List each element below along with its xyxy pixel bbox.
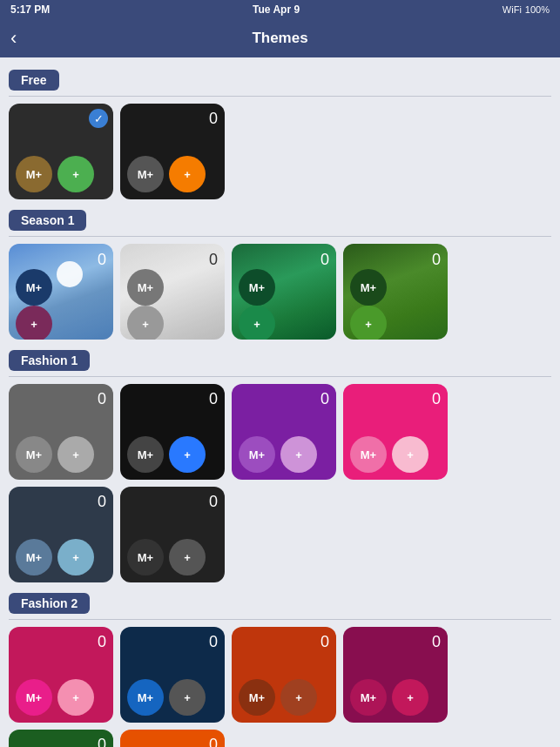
battery-icon: 100% <box>525 4 550 15</box>
plus-button[interactable]: + <box>280 436 317 473</box>
theme-card[interactable]: 0 M+ + <box>120 627 225 723</box>
theme-count: 0 <box>320 391 329 407</box>
theme-buttons: M+ + <box>127 269 218 340</box>
plus-button[interactable]: + <box>392 679 428 716</box>
theme-card[interactable]: ✓ M+ + <box>9 104 113 199</box>
plus-button[interactable]: + <box>169 156 206 192</box>
section-label-fashion2: Fashion 2 <box>9 593 90 614</box>
plus-button[interactable]: + <box>57 156 94 192</box>
theme-card[interactable]: 0 M+ + <box>9 627 113 723</box>
theme-buttons: M+ + <box>127 156 218 192</box>
nav-bar: ‹ Themes <box>0 19 560 57</box>
theme-count: 0 <box>98 737 106 747</box>
plus-button[interactable]: + <box>239 306 275 340</box>
status-time: 5:17 PM <box>10 3 50 16</box>
theme-card[interactable]: 0 M+ + <box>343 627 448 723</box>
theme-card[interactable]: 0 M+ + <box>232 627 336 723</box>
theme-count: 0 <box>432 391 441 407</box>
theme-buttons: M+ + <box>350 436 441 473</box>
theme-card[interactable]: 0 M+ + <box>232 384 336 480</box>
status-icons: WiFi 100% <box>503 4 550 15</box>
theme-card[interactable]: 0 M+ + <box>120 487 225 582</box>
plus-button[interactable]: + <box>350 306 387 340</box>
theme-count: 0 <box>209 634 218 649</box>
theme-card[interactable]: 0 M+ + <box>120 384 225 480</box>
theme-card[interactable]: 0 M+ + <box>9 487 113 582</box>
plus-button[interactable]: + <box>57 436 94 473</box>
plus-button[interactable]: + <box>169 436 206 473</box>
theme-buttons: M+ + <box>239 269 329 340</box>
theme-count: 0 <box>209 494 218 509</box>
theme-buttons: M+ + <box>127 436 218 473</box>
plus-button[interactable]: + <box>127 306 164 340</box>
m-plus-button[interactable]: M+ <box>127 679 164 716</box>
theme-count: 0 <box>209 251 218 269</box>
theme-count: 0 <box>432 634 441 649</box>
m-plus-button[interactable]: M+ <box>16 436 52 473</box>
selected-badge: ✓ <box>89 109 108 128</box>
section-label-free: Free <box>9 70 59 91</box>
theme-card[interactable]: 0 M+ + <box>343 244 448 340</box>
theme-count: 0 <box>320 634 329 649</box>
theme-count: 0 <box>98 251 106 269</box>
free-themes-grid: ✓ M+ + 0 M+ + <box>9 104 551 199</box>
theme-card[interactable]: 0 M+ + <box>9 730 113 747</box>
theme-card[interactable]: 0 M+ + <box>9 384 113 480</box>
theme-buttons: M+ + <box>127 679 218 716</box>
m-plus-button[interactable]: M+ <box>350 679 387 716</box>
m-plus-button[interactable]: M+ <box>239 269 275 306</box>
plus-button[interactable]: + <box>280 679 317 716</box>
theme-buttons: M+ + <box>350 269 441 340</box>
theme-card[interactable]: 0 M+ + <box>232 244 336 340</box>
m-plus-button[interactable]: M+ <box>239 679 275 716</box>
theme-card[interactable]: 0 M+ + <box>120 104 225 199</box>
theme-count: 0 <box>432 251 441 269</box>
season1-themes-grid: 0 M+ + 0 M+ + 0 M+ + <box>9 244 551 340</box>
section-free: Free ✓ M+ + 0 M+ + <box>9 66 551 199</box>
theme-buttons: M+ + <box>16 539 106 575</box>
theme-card[interactable]: 0 M+ + <box>9 244 113 340</box>
m-plus-button[interactable]: M+ <box>127 539 164 575</box>
plus-button[interactable]: + <box>169 539 206 575</box>
status-date: Tue Apr 9 <box>253 3 300 16</box>
theme-card[interactable]: 0 M+ + <box>120 730 225 747</box>
theme-count: 0 <box>98 494 106 509</box>
m-plus-button[interactable]: M+ <box>127 269 164 306</box>
m-plus-button[interactable]: M+ <box>350 269 387 306</box>
theme-count: 0 <box>209 111 218 126</box>
section-label-fashion1: Fashion 1 <box>9 350 90 371</box>
m-plus-button[interactable]: M+ <box>350 436 387 473</box>
theme-count: 0 <box>209 737 218 747</box>
theme-count: 0 <box>209 391 218 407</box>
plus-button[interactable]: + <box>169 679 206 716</box>
m-plus-button[interactable]: M+ <box>16 539 52 575</box>
m-plus-button[interactable]: M+ <box>16 156 52 192</box>
theme-buttons: M+ + <box>16 679 106 716</box>
theme-buttons: M+ + <box>350 679 441 716</box>
m-plus-button[interactable]: M+ <box>16 269 52 306</box>
section-label-season1: Season 1 <box>9 210 86 231</box>
back-button[interactable]: ‹ <box>10 27 17 50</box>
fashion2-themes-grid: 0 M+ + 0 M+ + 0 M+ + <box>9 627 551 747</box>
nav-title: Themes <box>252 30 307 47</box>
m-plus-button[interactable]: M+ <box>127 156 164 192</box>
theme-buttons: M+ + <box>239 679 329 716</box>
m-plus-button[interactable]: M+ <box>239 436 275 473</box>
fashion1-themes-grid: 0 M+ + 0 M+ + 0 M+ + <box>9 384 551 582</box>
wifi-icon: WiFi <box>503 4 522 15</box>
theme-buttons: M+ + <box>16 156 106 192</box>
plus-button[interactable]: + <box>57 679 94 716</box>
theme-buttons: M+ + <box>16 269 106 340</box>
plus-button[interactable]: + <box>392 436 428 473</box>
theme-card[interactable]: 0 M+ + <box>343 384 448 480</box>
section-fashion2: Fashion 2 0 M+ + 0 M+ + 0 M+ <box>9 589 551 747</box>
theme-buttons: M+ + <box>127 539 218 575</box>
m-plus-button[interactable]: M+ <box>127 436 164 473</box>
theme-count: 0 <box>320 251 329 269</box>
plus-button[interactable]: + <box>57 539 94 575</box>
m-plus-button[interactable]: M+ <box>16 679 52 716</box>
section-fashion1: Fashion 1 0 M+ + 0 M+ + 0 M+ <box>9 347 551 582</box>
theme-card[interactable]: 0 M+ + <box>120 244 225 340</box>
plus-button[interactable]: + <box>16 306 52 340</box>
theme-count: 0 <box>98 634 106 649</box>
